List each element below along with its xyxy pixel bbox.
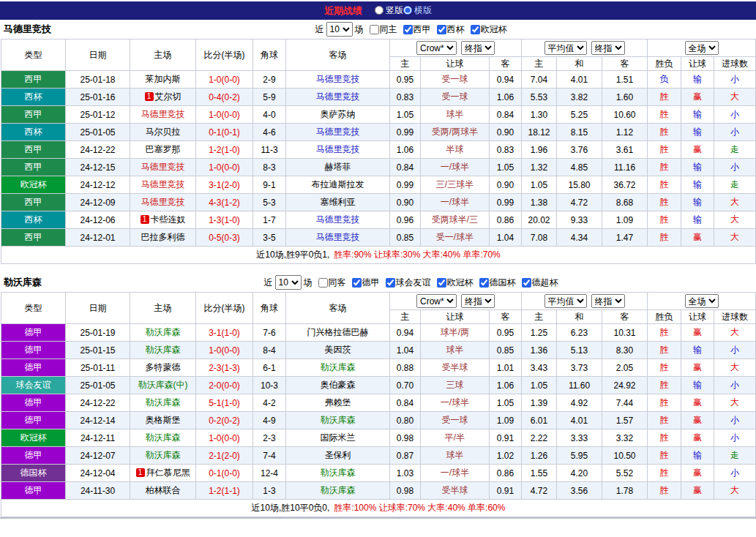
avg-odds-home: 1.38 xyxy=(522,194,557,211)
home-team-link[interactable]: 巴拉多利德 xyxy=(141,232,185,242)
league-filter-checkbox[interactable]: 西杯 xyxy=(437,23,465,36)
index-type-select[interactable]: 终指 xyxy=(591,294,625,308)
index-type-select[interactable]: 终指 xyxy=(461,294,495,308)
away-team-link[interactable]: 马德里竞技 xyxy=(316,127,360,137)
league-filter-checkbox-input[interactable] xyxy=(386,278,395,288)
match-scope-select[interactable]: 全场 xyxy=(685,41,719,55)
away-team-link[interactable]: 赫塔菲 xyxy=(325,162,351,172)
away-team-link[interactable]: 塞维利亚 xyxy=(321,197,356,207)
away-team-link[interactable]: 弗赖堡 xyxy=(325,397,351,408)
league-filter-checkbox[interactable]: 德甲 xyxy=(352,277,380,289)
league-filter-checkbox-input[interactable] xyxy=(437,25,446,34)
home-team-link[interactable]: 巴塞罗那 xyxy=(146,144,181,154)
home-team-link[interactable]: 勒沃库森 xyxy=(146,345,181,355)
home-team-link[interactable]: 多特蒙德 xyxy=(146,362,181,372)
match-score-link[interactable]: 0-4(0-2) xyxy=(196,89,253,106)
recent-count-select[interactable]: 10 xyxy=(326,22,353,37)
home-team-link[interactable]: 勒沃库森(中) xyxy=(138,380,188,390)
away-team-link[interactable]: 马德里竞技 xyxy=(316,214,360,225)
bookmaker-select[interactable]: Crow* xyxy=(416,41,457,55)
away-team-link[interactable]: 美因茨 xyxy=(325,345,351,355)
away-team-link[interactable]: 奥萨苏纳 xyxy=(321,109,356,119)
match-score-link[interactable]: 0-1(0-0) xyxy=(196,465,253,482)
home-team-link[interactable]: 拜仁慕尼黑 xyxy=(146,467,190,478)
same-venue-checkbox-input[interactable] xyxy=(318,278,328,288)
league-filter-checkbox-input[interactable] xyxy=(403,25,413,34)
match-score-link[interactable]: 5-1(1-0) xyxy=(196,394,253,412)
away-team-link[interactable]: 圣保利 xyxy=(325,450,351,460)
average-select[interactable]: 平均值 xyxy=(544,294,587,308)
match-score-link[interactable]: 2-1(2-0) xyxy=(196,447,253,465)
league-filter-checkbox[interactable]: 西甲 xyxy=(403,23,431,36)
home-team-link[interactable]: 马德里竞技 xyxy=(141,162,185,172)
match-score-link[interactable]: 1-0(0-0) xyxy=(196,159,253,176)
away-team-link[interactable]: 勒沃库森 xyxy=(321,362,356,372)
league-filter-checkbox-input[interactable] xyxy=(437,278,446,288)
same-venue-checkbox-input[interactable] xyxy=(370,25,379,34)
match-score-link[interactable]: 3-1(2-0) xyxy=(196,176,253,194)
away-team-link[interactable]: 国际米兰 xyxy=(321,432,356,443)
league-filter-checkbox[interactable]: 德超杯 xyxy=(522,277,558,289)
match-score-link[interactable]: 0-2(0-2) xyxy=(196,412,253,429)
average-select[interactable]: 平均值 xyxy=(544,41,587,55)
away-team-link[interactable]: 勒沃库森 xyxy=(321,415,356,425)
league-filter-checkbox-input[interactable] xyxy=(471,25,480,34)
away-team-link[interactable]: 马德里竞技 xyxy=(316,74,360,84)
home-team-link[interactable]: 马尔贝拉 xyxy=(146,127,181,137)
home-team-link[interactable]: 莱加内斯 xyxy=(146,74,181,84)
layout-radio[interactable] xyxy=(375,6,383,15)
same-venue-checkbox[interactable]: 同客 xyxy=(318,277,346,289)
home-team-link[interactable]: 勒沃库森 xyxy=(146,397,181,408)
home-team-link[interactable]: 马德里竞技 xyxy=(141,179,185,189)
match-score-link[interactable]: 4-3(1-2) xyxy=(196,194,253,211)
match-score-link[interactable]: 1-3(1-0) xyxy=(196,211,253,229)
recent-count-select[interactable]: 10 xyxy=(275,275,302,290)
index-type-select[interactable]: 终指 xyxy=(461,41,495,55)
match-score-link[interactable]: 1-2(1-1) xyxy=(196,482,253,500)
same-venue-checkbox[interactable]: 同主 xyxy=(370,23,397,36)
layout-radio-option[interactable]: 横版 xyxy=(403,4,432,17)
match-score-link[interactable]: 2-0(0-0) xyxy=(196,377,253,394)
home-team-link[interactable]: 马德里竞技 xyxy=(141,109,185,119)
home-team-link[interactable]: 勒沃库森 xyxy=(146,327,181,337)
league-filter-checkbox[interactable]: 德国杯 xyxy=(479,277,516,289)
league-filter-checkbox[interactable]: 球会友谊 xyxy=(386,277,431,289)
away-team-link[interactable]: 勒沃库森 xyxy=(321,485,356,495)
league-filter-checkbox[interactable]: 欧冠杯 xyxy=(471,23,507,36)
away-team-link[interactable]: 马德里竞技 xyxy=(316,91,360,102)
home-team-link[interactable]: 勒沃库森 xyxy=(146,450,181,460)
match-score-link[interactable]: 1-0(0-0) xyxy=(196,106,253,124)
sub-column-header: 让球 xyxy=(681,57,714,71)
league-filter-checkbox-input[interactable] xyxy=(352,278,362,288)
match-score-link[interactable]: 1-0(0-0) xyxy=(196,429,253,447)
layout-radio[interactable] xyxy=(403,6,412,15)
match-score-link[interactable]: 1-0(0-0) xyxy=(196,342,253,359)
match-score-link[interactable]: 1-2(1-0) xyxy=(196,141,253,159)
match-score-link[interactable]: 0-5(0-3) xyxy=(196,229,253,247)
league-filter-checkbox[interactable]: 欧冠杯 xyxy=(437,277,474,289)
match-score-link[interactable]: 3-1(1-0) xyxy=(196,324,253,342)
home-team-link[interactable]: 勒沃库森 xyxy=(146,432,181,443)
away-team-link[interactable]: 布拉迪斯拉发 xyxy=(312,179,364,189)
avg-odds-home: 7.08 xyxy=(522,229,557,247)
home-team-link[interactable]: 艾尔切 xyxy=(155,91,181,102)
index-type-select[interactable]: 终指 xyxy=(591,41,625,55)
home-team-link[interactable]: 奥格斯堡 xyxy=(146,415,181,425)
away-team-link[interactable]: 马德里竞技 xyxy=(316,144,360,154)
match-score-link[interactable]: 2-3(1-3) xyxy=(196,359,253,377)
league-filter-checkbox-input[interactable] xyxy=(522,278,531,288)
away-team-link[interactable]: 勒沃库森 xyxy=(321,467,356,478)
match-score-link[interactable]: 0-1(0-1) xyxy=(196,124,253,141)
league-filter-checkbox-input[interactable] xyxy=(479,278,489,288)
result-outcome: 胜 xyxy=(648,447,681,465)
away-team-link[interactable]: 门兴格拉德巴赫 xyxy=(307,327,369,337)
home-team-link[interactable]: 卡些连奴 xyxy=(151,214,186,225)
match-scope-select[interactable]: 全场 xyxy=(685,294,719,308)
away-team-link[interactable]: 奥伯豪森 xyxy=(321,380,356,390)
bookmaker-select[interactable]: Crow* xyxy=(416,294,457,308)
layout-radio-option[interactable]: 竖版 xyxy=(375,4,403,17)
home-team-link[interactable]: 柏林联合 xyxy=(146,485,181,495)
match-score-link[interactable]: 1-0(0-0) xyxy=(196,71,253,89)
away-team-link[interactable]: 马德里竞技 xyxy=(316,232,360,242)
home-team-link[interactable]: 马德里竞技 xyxy=(141,197,185,207)
